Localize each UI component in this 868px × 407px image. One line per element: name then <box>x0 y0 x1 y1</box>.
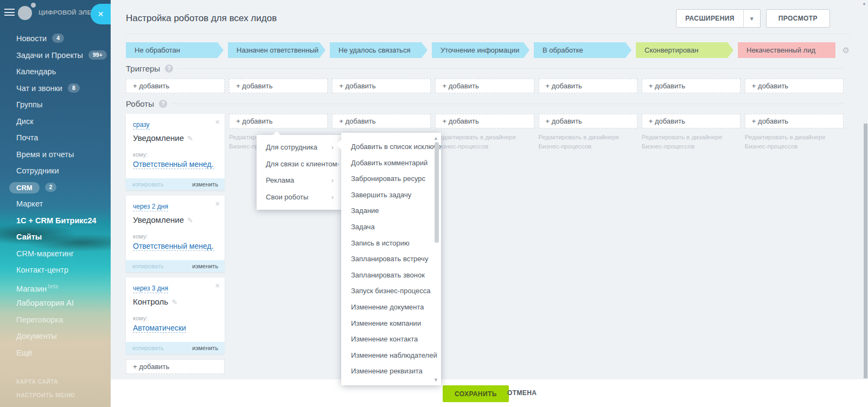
sidebar-item[interactable]: Группы <box>0 96 111 113</box>
submenu-item[interactable]: Изменение реквизита <box>341 363 441 379</box>
robot-card: сразу Уведомление кому: Ответственный ме… <box>126 114 225 190</box>
add-trigger-button[interactable]: + добавить <box>332 79 431 93</box>
sidebar-collapse-button[interactable] <box>91 4 111 24</box>
submenu-item[interactable]: Запись в историю <box>341 235 441 251</box>
cancel-button[interactable]: ОТМЕНА <box>507 389 537 397</box>
help-icon[interactable]: ? <box>165 64 173 73</box>
stage-chip[interactable]: Сконвертирован <box>636 42 733 58</box>
close-icon[interactable] <box>215 199 220 208</box>
sidebar-item[interactable]: Календарь <box>0 63 111 80</box>
sidebar-item[interactable]: Время и отчеты <box>0 146 111 163</box>
menu-item[interactable]: Свои роботы <box>257 189 341 206</box>
stage-chip[interactable]: Уточнение информации <box>432 42 529 58</box>
scroll-up-icon[interactable] <box>433 135 438 141</box>
submenu-item[interactable]: Запланировать встречу <box>341 251 441 267</box>
stage-chip-label: Сконвертирован <box>644 46 698 54</box>
page-scroll-up-icon[interactable] <box>862 1 866 6</box>
sidebar-item[interactable]: Почта <box>0 130 111 146</box>
extensions-button[interactable]: РАСШИРЕНИЯ ▼ <box>676 9 761 28</box>
sidebar-item[interactable]: CRM-маркетинг <box>0 246 111 262</box>
sidebar-item-label: Новости <box>16 34 47 43</box>
sidebar-item[interactable]: Чат и звонки8 <box>0 80 111 97</box>
edit-link[interactable]: изменить <box>192 263 218 269</box>
sidebar-item[interactable]: Лаборатория AI <box>0 295 111 312</box>
sidebar-item[interactable]: Магазинbeta <box>0 279 111 295</box>
robot-recipient-link[interactable]: Ответственный менед... <box>133 160 214 169</box>
add-trigger-button[interactable]: + добавить <box>126 79 225 93</box>
submenu-item[interactable]: Изменение документа <box>341 299 441 315</box>
stage-chip[interactable]: В обработке <box>534 42 631 58</box>
add-trigger-button[interactable]: + добавить <box>539 79 637 93</box>
robot-when-link[interactable]: сразу <box>133 121 150 130</box>
add-robot-button[interactable]: + добавить <box>332 114 431 128</box>
sidebar-item[interactable]: Новости4 <box>0 30 111 47</box>
sidebar-item[interactable]: Маркет <box>0 196 111 212</box>
edit-pencil-icon[interactable] <box>171 298 177 306</box>
copy-link[interactable]: копировать <box>132 345 164 351</box>
submenu-item[interactable]: Добавить в список исключений <box>341 139 441 155</box>
add-trigger-button[interactable]: + добавить <box>642 79 741 93</box>
menu-item[interactable]: Реклама <box>257 172 341 189</box>
edit-link[interactable]: изменить <box>192 345 218 351</box>
scroll-down-icon[interactable] <box>433 377 438 383</box>
sidebar-item[interactable]: Задачи и Проекты99+ <box>0 47 111 64</box>
submenu-item[interactable]: Изменение наблюдателей <box>341 347 441 364</box>
chevron-down-icon[interactable]: ▼ <box>744 16 760 22</box>
sidebar-footer-link[interactable]: КАРТА САЙТА <box>0 378 75 385</box>
sidebar-item[interactable]: Переговорка <box>0 312 111 328</box>
save-button[interactable]: СОХРАНИТЬ <box>443 385 509 402</box>
stage-chip[interactable]: Не удалось связаться <box>330 42 427 58</box>
add-robot-button[interactable]: + добавить <box>642 114 741 128</box>
edit-pencil-icon[interactable] <box>187 134 193 143</box>
robot-when-link[interactable]: через 2 дня <box>133 203 168 211</box>
menu-item[interactable]: Для сотрудника <box>257 139 341 156</box>
page-scrollbar-thumb[interactable] <box>864 124 867 378</box>
gear-icon[interactable]: ⚙ <box>843 46 850 55</box>
copy-link[interactable]: копировать <box>132 263 164 269</box>
help-icon[interactable]: ? <box>159 100 167 108</box>
stage-chip[interactable]: Некачественный лид <box>738 42 835 58</box>
edit-link[interactable]: изменить <box>192 181 218 188</box>
edit-pencil-icon[interactable] <box>187 216 193 224</box>
add-robot-button[interactable]: + добавить <box>126 359 225 374</box>
sidebar-item[interactable]: CRM2 <box>0 179 111 196</box>
sidebar-item[interactable]: Сайты <box>0 229 111 246</box>
sidebar-item[interactable]: Сотрудники <box>0 163 111 179</box>
submenu-item[interactable]: Завершить задачу <box>341 187 441 203</box>
add-trigger-button[interactable]: + добавить <box>745 79 844 93</box>
add-trigger-button[interactable]: + добавить <box>435 79 534 93</box>
submenu-item[interactable]: Задача <box>341 219 441 235</box>
submenu-item[interactable]: Забронировать ресурс <box>341 171 441 187</box>
robot-when-link[interactable]: через 3 дня <box>133 285 168 293</box>
add-robot-button[interactable]: + добавить <box>229 114 328 128</box>
robot-recipient-link[interactable]: Ответственный менед... <box>133 242 214 251</box>
submenu-item[interactable]: Изменение контакта <box>341 331 441 347</box>
robot-recipient-link[interactable]: Автоматически <box>133 324 186 333</box>
hamburger-icon[interactable] <box>4 9 15 16</box>
sidebar-item[interactable]: 1С + CRM Битрикс24 <box>0 212 111 229</box>
extensions-button-label: РАСШИРЕНИЯ <box>676 15 743 22</box>
add-robot-button[interactable]: + добавить <box>539 114 637 128</box>
add-robot-button[interactable]: + добавить <box>435 114 534 128</box>
sidebar-item[interactable]: Контакт-центр <box>0 262 111 279</box>
close-icon[interactable] <box>215 281 220 290</box>
sidebar-footer-link[interactable]: НАСТРОИТЬ МЕНЮ <box>0 392 75 398</box>
stage-chip[interactable]: Назначен ответственный <box>228 42 326 58</box>
submenu-item[interactable]: Запланировать звонок <box>341 267 441 283</box>
add-robot-button[interactable]: + добавить <box>745 114 844 128</box>
menu-item[interactable]: Для связи с клиентом <box>257 156 341 173</box>
submenu-item[interactable]: Задание <box>341 203 441 219</box>
add-trigger-button[interactable]: + добавить <box>229 79 328 93</box>
sidebar-item[interactable]: Документы <box>0 328 111 345</box>
close-icon[interactable] <box>215 117 220 126</box>
submenu-item[interactable]: Добавить комментарий <box>341 155 441 171</box>
sidebar-item[interactable]: Ещё <box>0 345 111 361</box>
view-button[interactable]: ПРОСМОТР <box>766 9 830 28</box>
sidebar-item[interactable]: Диск <box>0 113 111 130</box>
submenu-item[interactable]: Запуск бизнес-процесса <box>341 283 441 299</box>
designer-hint: Редактировать в дизайнере Бизнес-процесс… <box>745 133 844 151</box>
submenu-item[interactable]: Изменение компании <box>341 315 441 332</box>
copy-link[interactable]: копировать <box>132 181 164 188</box>
submenu-scrollbar-thumb[interactable] <box>435 142 439 243</box>
stage-chip[interactable]: Не обработан <box>126 42 224 58</box>
